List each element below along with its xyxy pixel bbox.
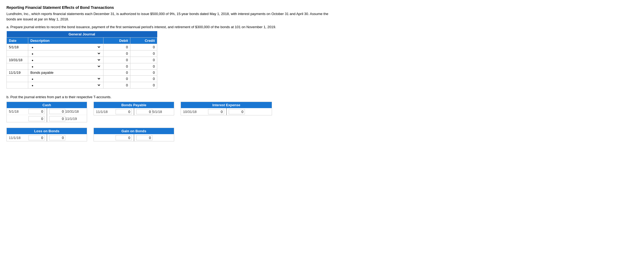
journal-desc-select-1[interactable]: ⬥ <box>30 51 101 56</box>
t-account-bonds-payable-body: 11/1/18 5/1/18 <box>94 108 174 115</box>
section-b-label: b. Post the journal entries from part a … <box>6 95 638 99</box>
cash-left-row-1: 5/1/18 <box>7 108 47 115</box>
gob-left-row-1 <box>94 134 134 141</box>
bp-right-date-1: 5/1/18 <box>152 110 169 114</box>
journal-row-2: 10/31/18⬥ <box>7 57 157 63</box>
t-account-cash-title: Cash <box>7 102 87 108</box>
journal-debit-3[interactable] <box>103 63 130 70</box>
journal-debit-2[interactable] <box>103 57 130 63</box>
gob-left-val-1[interactable] <box>116 135 132 140</box>
lob-right-val-1[interactable] <box>49 135 65 140</box>
lob-left-row-1: 11/1/18 <box>7 134 47 141</box>
ie-left-row-1: 10/31/18 <box>181 108 226 115</box>
cash-right-val-2[interactable] <box>49 116 65 121</box>
t-account-bp-right: 5/1/18 <box>134 108 174 115</box>
t-account-gob-left <box>94 134 134 141</box>
desc-line1: Lundholm, Inc., which reports financial … <box>6 12 295 16</box>
journal-credit-input-5[interactable] <box>139 77 155 81</box>
journal-credit-2[interactable] <box>130 57 157 63</box>
t-account-gob-right <box>134 134 174 141</box>
cash-right-date-1: 10/31/18 <box>65 109 81 113</box>
cash-right-row-1: 10/31/18 <box>47 108 87 115</box>
journal-desc-2[interactable]: ⬥ <box>28 57 103 63</box>
journal-header-top: General Journal <box>7 31 157 38</box>
journal-debit-6[interactable] <box>103 82 130 89</box>
journal-row-4: 11/1/19Bonds payable <box>7 70 157 76</box>
ie-left-date-1: 10/31/18 <box>183 110 208 114</box>
gob-right-row-1 <box>134 134 174 141</box>
journal-credit-input-6[interactable] <box>139 83 155 87</box>
cash-left-val-2[interactable] <box>28 116 45 121</box>
cash-left-val-1[interactable] <box>28 109 45 114</box>
t-account-bp-left: 11/1/18 <box>94 108 134 115</box>
journal-debit-1[interactable] <box>103 50 130 57</box>
t-accounts-row-2: Loss on Bonds 11/1/18 Gain on Bonds <box>6 128 638 141</box>
journal-date-0: 5/1/18 <box>7 44 28 50</box>
journal-debit-input-0[interactable] <box>112 45 128 49</box>
t-account-ie-left: 10/31/18 <box>181 108 226 115</box>
journal-row-3: ⬥ <box>7 63 157 70</box>
journal-desc-5[interactable]: ⬥ <box>28 76 103 82</box>
t-account-gob-title: Gain on Bonds <box>94 128 174 134</box>
gob-right-val-1[interactable] <box>136 135 152 140</box>
journal-desc-1[interactable]: ⬥ <box>28 50 103 57</box>
journal-credit-input-1[interactable] <box>139 52 155 56</box>
t-account-lob-body: 11/1/18 <box>7 134 87 141</box>
t-account-interest-expense: Interest Expense 10/31/18 <box>181 102 272 115</box>
journal-desc-3[interactable]: ⬥ <box>28 63 103 70</box>
t-account-loss-on-bonds: Loss on Bonds 11/1/18 <box>6 128 87 141</box>
ie-right-val-1[interactable] <box>229 109 245 114</box>
journal-date-1 <box>7 50 28 57</box>
journal-debit-input-5[interactable] <box>112 77 128 81</box>
journal-desc-4: Bonds payable <box>28 70 103 76</box>
journal-debit-5[interactable] <box>103 76 130 82</box>
journal-col-credit: Credit <box>130 38 157 44</box>
t-account-lob-title: Loss on Bonds <box>7 128 87 134</box>
journal-debit-input-4[interactable] <box>112 71 128 75</box>
journal-credit-6[interactable] <box>130 82 157 89</box>
cash-right-row-2: 11/1/19 <box>47 115 87 122</box>
page-title: Reporting Financial Statement Effects of… <box>6 5 638 10</box>
journal-credit-4[interactable] <box>130 70 157 76</box>
journal-debit-input-2[interactable] <box>112 58 128 62</box>
t-account-ie-title: Interest Expense <box>181 102 272 108</box>
t-account-bonds-payable: Bonds Payable 11/1/18 5/1/18 <box>94 102 174 115</box>
journal-desc-select-5[interactable]: ⬥ <box>30 76 101 81</box>
journal-desc-select-0[interactable]: ⬥ <box>30 45 101 49</box>
journal-debit-4[interactable] <box>103 70 130 76</box>
journal-desc-select-3[interactable]: ⬥ <box>30 64 101 69</box>
t-account-gain-on-bonds: Gain on Bonds <box>94 128 174 141</box>
ie-left-val-1[interactable] <box>208 109 224 114</box>
journal-credit-3[interactable] <box>130 63 157 70</box>
journal-desc-select-2[interactable]: ⬥ <box>30 58 101 62</box>
journal-debit-input-6[interactable] <box>112 83 128 87</box>
section-a-label: a. Prepare journal entries to record the… <box>6 25 638 29</box>
lob-right-row-1 <box>47 134 87 141</box>
journal-debit-input-3[interactable] <box>112 64 128 68</box>
bp-right-val-1[interactable] <box>136 109 152 114</box>
t-account-cash-body: 5/1/18 10/31/18 11/1/19 <box>7 108 87 122</box>
ie-right-row-1 <box>227 108 272 115</box>
bp-right-row-1: 5/1/18 <box>134 108 174 115</box>
journal-credit-1[interactable] <box>130 50 157 57</box>
lob-left-val-1[interactable] <box>28 135 45 140</box>
t-account-lob-right <box>47 134 87 141</box>
t-account-ie-right <box>227 108 272 115</box>
journal-desc-select-6[interactable]: ⬥ <box>30 83 101 87</box>
journal-col-debit: Debit <box>103 38 130 44</box>
bp-left-val-1[interactable] <box>116 109 132 114</box>
journal-credit-input-2[interactable] <box>139 58 155 62</box>
journal-desc-0[interactable]: ⬥ <box>28 44 103 50</box>
journal-credit-input-4[interactable] <box>139 71 155 75</box>
journal-debit-0[interactable] <box>103 44 130 50</box>
t-account-bonds-payable-title: Bonds Payable <box>94 102 174 108</box>
journal-credit-0[interactable] <box>130 44 157 50</box>
journal-credit-input-3[interactable] <box>139 64 155 68</box>
journal-debit-input-1[interactable] <box>112 52 128 56</box>
bp-left-date-1: 11/1/18 <box>96 110 116 114</box>
journal-desc-6[interactable]: ⬥ <box>28 82 103 89</box>
journal-credit-input-0[interactable] <box>139 45 155 49</box>
cash-right-date-2: 11/1/19 <box>65 117 81 121</box>
cash-right-val-1[interactable] <box>49 109 65 114</box>
journal-credit-5[interactable] <box>130 76 157 82</box>
